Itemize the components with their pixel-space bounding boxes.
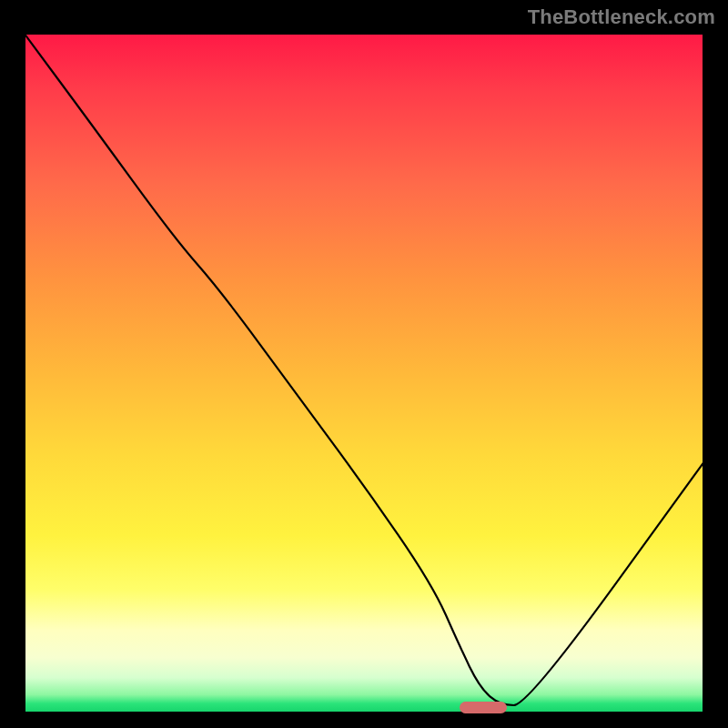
chart-container: TheBottleneck.com bbox=[0, 0, 728, 728]
plot-frame bbox=[24, 33, 704, 713]
optimum-range-marker bbox=[460, 702, 507, 713]
bottleneck-curve-path bbox=[24, 33, 704, 705]
watermark-text: TheBottleneck.com bbox=[528, 5, 715, 29]
bottleneck-curve-svg bbox=[24, 33, 704, 713]
